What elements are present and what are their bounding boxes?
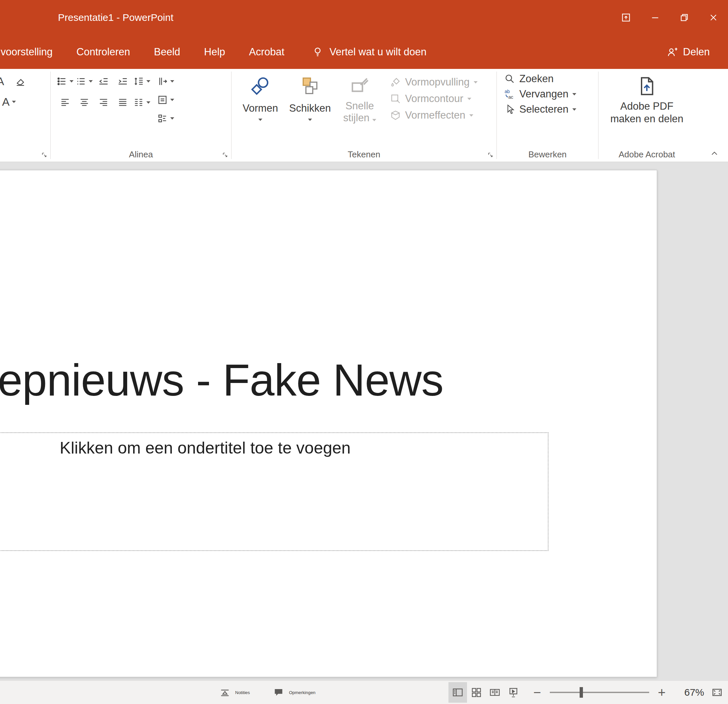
columns-icon [133, 97, 144, 108]
zoom-level[interactable]: 67% [675, 687, 704, 698]
dialog-launcher-icon [221, 151, 229, 159]
justify-button[interactable] [114, 93, 131, 111]
slide[interactable]: epnieuws - Fake News Klikken om een onde… [0, 170, 657, 677]
notes-button[interactable]: Notities [215, 681, 254, 704]
vormcontour-button[interactable]: Vormcontour [390, 93, 478, 105]
collapse-ribbon-button[interactable] [709, 149, 719, 158]
window-title: Presentatie1 - PowerPoint [58, 0, 173, 35]
comment-bubble-icon [273, 687, 284, 698]
vormen-button[interactable]: Vormen [235, 72, 285, 148]
slide-sorter-icon [470, 687, 482, 698]
schikken-label: Schikken [289, 102, 331, 115]
vormeffecten-label: Vormeffecten [405, 109, 465, 121]
line-spacing-button[interactable] [133, 72, 151, 90]
zoom-controls: − + 67% [530, 686, 704, 699]
text-direction-button[interactable] [157, 72, 175, 90]
arrange-icon [299, 75, 321, 97]
ribbon-tab-row: voorstelling Controleren Beeld Help Acro… [0, 35, 728, 69]
group-adobe-acrobat: Adobe PDF maken en delen Adobe Acrobat [598, 69, 695, 162]
comments-button[interactable]: Opmerkingen [268, 681, 320, 704]
reading-view-button[interactable] [485, 682, 504, 703]
text-direction-icon [157, 76, 168, 87]
vormopvulling-button[interactable]: Vormopvulling [390, 76, 478, 88]
chevron-down-icon [170, 80, 174, 82]
chevron-down-icon [467, 98, 471, 100]
bullets-button[interactable] [56, 72, 74, 90]
shape-effects-icon [390, 110, 401, 121]
chevron-down-icon [259, 119, 262, 121]
tekenen-dialog-launcher[interactable] [487, 151, 494, 159]
slide-title-text[interactable]: epnieuws - Fake News [0, 354, 443, 406]
font-color-button[interactable]: A [0, 93, 18, 111]
share-button[interactable]: Delen [666, 46, 710, 58]
line-spacing-icon [133, 76, 144, 87]
columns-button[interactable] [133, 93, 151, 111]
vervangen-label: Vervangen [519, 88, 568, 100]
replace-icon: ab ac [504, 88, 516, 100]
font-letter: A [0, 75, 4, 88]
align-left-button[interactable] [56, 93, 74, 111]
normal-view-button[interactable] [448, 682, 467, 703]
align-center-button[interactable] [75, 93, 93, 111]
increase-indent-button[interactable] [114, 72, 131, 90]
shape-fill-icon [390, 77, 401, 88]
clear-formatting-button[interactable] [11, 72, 29, 90]
replace-icon-ac: ac [508, 94, 513, 100]
slide-canvas-area[interactable]: epnieuws - Fake News Klikken om een onde… [0, 162, 728, 681]
snelle-stijlen-button[interactable]: Snelle stijlen [335, 72, 384, 148]
vormcontour-label: Vormcontour [405, 93, 464, 105]
alinea-dialog-launcher[interactable] [221, 151, 229, 159]
shape-outline-icon [390, 93, 401, 104]
adobe-pdf-label-1: Adobe PDF [620, 100, 673, 113]
tab-diavoorstelling[interactable]: voorstelling [0, 35, 53, 69]
subtitle-placeholder[interactable]: Klikken om een ondertitel toe te voegen [0, 432, 549, 551]
zoeken-label: Zoeken [519, 73, 553, 85]
restore-button[interactable] [670, 0, 699, 35]
slideshow-view-button[interactable] [504, 682, 523, 703]
title-bar: Presentatie1 - PowerPoint [0, 0, 728, 35]
font-size-button[interactable]: A [0, 72, 9, 90]
snelle-stijlen-label-1: Snelle [345, 100, 374, 112]
group-lettertype: A A [0, 69, 51, 162]
numbering-button[interactable] [75, 72, 93, 90]
close-button[interactable] [699, 0, 728, 35]
zoom-slider-handle[interactable] [580, 687, 583, 698]
replace-icon-ab: ab [504, 89, 510, 94]
tell-me-box[interactable]: Vertel wat u wilt doen [312, 46, 427, 58]
zoom-in-button[interactable]: + [654, 686, 669, 699]
tell-me-label: Vertel wat u wilt doen [329, 46, 427, 58]
convert-to-smartart-button[interactable] [157, 109, 175, 127]
comments-label: Opmerkingen [289, 690, 315, 695]
vervangen-button[interactable]: ab ac Vervangen [504, 88, 576, 100]
subtitle-placeholder-text: Klikken om een ondertitel toe te voegen [0, 438, 548, 458]
group-label-alinea: Alinea [51, 149, 231, 160]
adobe-pdf-button[interactable]: Adobe PDF maken en delen [598, 72, 695, 148]
outdent-icon [98, 76, 109, 87]
dialog-launcher-icon [487, 151, 494, 159]
dialog-launcher-icon [40, 151, 48, 159]
selecteren-button[interactable]: Selecteren [504, 103, 576, 115]
font-dialog-launcher[interactable] [40, 151, 48, 159]
align-text-button[interactable] [157, 91, 175, 108]
pdf-document-icon [636, 75, 657, 97]
zoeken-button[interactable]: Zoeken [504, 73, 576, 85]
decrease-indent-button[interactable] [94, 72, 112, 90]
align-right-icon [98, 97, 109, 108]
schikken-button[interactable]: Schikken [285, 72, 335, 148]
vormen-label: Vormen [243, 102, 278, 115]
ribbon-display-options-button[interactable] [611, 0, 641, 35]
chevron-down-icon [572, 108, 576, 111]
zoom-slider[interactable] [550, 692, 649, 693]
vormeffecten-button[interactable]: Vormeffecten [390, 109, 478, 121]
tab-help[interactable]: Help [204, 35, 226, 69]
minimize-button[interactable] [641, 0, 670, 35]
slide-sorter-view-button[interactable] [467, 682, 485, 703]
tab-acrobat[interactable]: Acrobat [248, 35, 285, 69]
tab-beeld[interactable]: Beeld [153, 35, 181, 69]
zoom-out-button[interactable]: − [530, 686, 545, 699]
chevron-down-icon [69, 80, 74, 82]
fit-slide-to-window-button[interactable] [711, 686, 724, 699]
align-right-button[interactable] [94, 93, 112, 111]
align-left-icon [60, 97, 71, 108]
tab-controleren[interactable]: Controleren [76, 35, 131, 69]
